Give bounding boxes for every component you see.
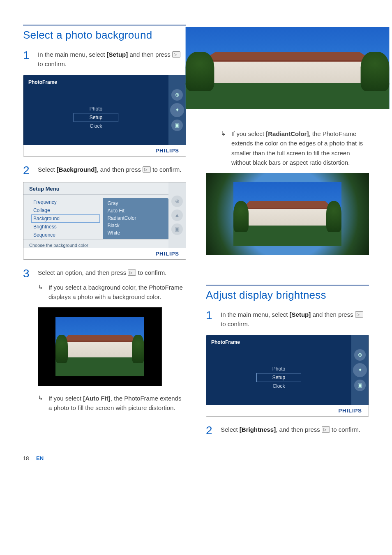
b3-pre: If you select bbox=[231, 130, 266, 137]
menu-item-clock[interactable]: Clock bbox=[257, 382, 300, 390]
step-3: 3 Select an option, and then press to co… bbox=[23, 268, 186, 279]
step-2-b: 2 Select [Brightness], and then press to… bbox=[206, 425, 369, 436]
setup-item-brightness[interactable]: Brightness bbox=[33, 223, 100, 231]
step-1-b: 1 In the main menu, select [Setup] and t… bbox=[206, 310, 369, 329]
step1-post: to confirm. bbox=[38, 60, 67, 67]
bullet-text: If you select a background color, the Ph… bbox=[48, 283, 186, 302]
r2-mid: , and then press bbox=[276, 426, 322, 433]
example-photo-autofit bbox=[206, 27, 369, 109]
right-column: ↳ If you select [RadiantColor], the Phot… bbox=[206, 25, 369, 439]
example-photo-radiant bbox=[206, 173, 369, 255]
r1-mid: and then press bbox=[311, 311, 355, 318]
nav-up-icon[interactable]: ⊕ bbox=[171, 196, 183, 207]
device-title: PhotoFrame bbox=[28, 79, 164, 85]
menu-item-photo[interactable]: Photo bbox=[74, 105, 118, 113]
device-setup-menu: Setup Menu Frequency Collage Background … bbox=[23, 182, 186, 260]
house-photo bbox=[233, 182, 341, 246]
device-main-menu-2: PhotoFrame Photo Setup Clock ⊕ ✦ ▣ PHILI… bbox=[206, 335, 369, 417]
bg-option-white[interactable]: White bbox=[107, 229, 164, 237]
device-title: PhotoFrame bbox=[211, 339, 346, 345]
step3-pre: Select an option, and then press bbox=[38, 269, 128, 276]
step-body: In the main menu, select [Setup] and the… bbox=[38, 50, 186, 69]
device-sidebar: ⊕ ✦ ▣ bbox=[351, 335, 369, 405]
setup-item-background[interactable]: Background bbox=[31, 214, 100, 223]
page: Select a photo background 1 In the main … bbox=[0, 0, 392, 455]
section-title-brightness: Adjust display brightness bbox=[206, 289, 369, 302]
page-language: EN bbox=[36, 455, 44, 461]
step-1: 1 In the main menu, select [Setup] and t… bbox=[23, 50, 186, 69]
step-body: Select [Background], and then press to c… bbox=[38, 165, 181, 176]
step-body: In the main menu, select [Setup] and the… bbox=[221, 310, 369, 329]
bullet-text: If you select [Auto Fit], the PhotoFrame… bbox=[48, 394, 186, 413]
step2-post: to confirm. bbox=[151, 166, 181, 173]
section-rule bbox=[206, 285, 369, 286]
step2-pre: Select bbox=[38, 166, 57, 173]
step-number: 2 bbox=[206, 425, 213, 436]
result-arrow-icon: ↳ bbox=[221, 129, 227, 167]
device-menu: Photo Setup Clock bbox=[211, 354, 346, 401]
confirm-btn-icon[interactable]: ▣ bbox=[171, 223, 183, 235]
bullet-radiant: ↳ If you select [RadiantColor], the Phot… bbox=[221, 129, 369, 167]
b3-opt: [RadiantColor] bbox=[266, 130, 309, 137]
left-column: Select a photo background 1 In the main … bbox=[23, 25, 186, 439]
step-number: 2 bbox=[23, 165, 30, 176]
confirm-icon bbox=[143, 166, 151, 173]
device-menu: Photo Setup Clock bbox=[28, 94, 164, 141]
confirm-icon bbox=[172, 51, 180, 58]
step-number: 1 bbox=[206, 310, 213, 329]
nav-up-icon[interactable]: ⊕ bbox=[171, 89, 183, 101]
confirm-btn-icon[interactable]: ▣ bbox=[354, 380, 366, 391]
step1-opt: [Setup] bbox=[107, 51, 128, 58]
example-photo-bgcolor bbox=[38, 307, 162, 386]
r1-pre: In the main menu, select bbox=[221, 311, 290, 318]
bullet-bgcolor: ↳ If you select a background color, the … bbox=[38, 283, 186, 302]
dpad-icon[interactable]: ▲ bbox=[171, 210, 183, 221]
menu-item-setup[interactable]: Setup bbox=[256, 373, 301, 382]
bg-option-gray[interactable]: Gray bbox=[107, 200, 164, 207]
step-2: 2 Select [Background], and then press to… bbox=[23, 165, 186, 176]
menu-item-clock[interactable]: Clock bbox=[74, 122, 118, 130]
setup-item-collage[interactable]: Collage bbox=[33, 206, 100, 214]
device-sidebar: ⊕ ▲ ▣ bbox=[168, 182, 186, 248]
r2-post: to confirm. bbox=[330, 426, 360, 433]
brand-label: PHILIPS bbox=[23, 145, 186, 156]
nav-up-icon[interactable]: ⊕ bbox=[354, 349, 366, 361]
step-body: Select [Brightness], and then press to c… bbox=[221, 425, 360, 436]
r1-post: to confirm. bbox=[221, 320, 249, 327]
brand-label: PHILIPS bbox=[206, 405, 369, 416]
step1-pre: In the main menu, select bbox=[38, 51, 107, 58]
result-arrow-icon: ↳ bbox=[38, 283, 44, 302]
dpad-icon[interactable]: ✦ bbox=[353, 363, 367, 377]
confirm-icon bbox=[128, 269, 136, 276]
menu-item-setup[interactable]: Setup bbox=[74, 113, 118, 122]
b2-opt: [Auto Fit] bbox=[83, 395, 111, 402]
section-title-bg: Select a photo background bbox=[23, 29, 186, 41]
step-number: 3 bbox=[23, 268, 30, 279]
step-body: Select an option, and then press to conf… bbox=[38, 268, 167, 279]
menu-item-photo[interactable]: Photo bbox=[257, 365, 301, 373]
device-sidebar: ⊕ ✦ ▣ bbox=[168, 75, 186, 145]
r1-opt: [Setup] bbox=[290, 311, 311, 318]
dpad-icon[interactable]: ✦ bbox=[170, 103, 184, 117]
b2-pre: If you select bbox=[48, 395, 83, 402]
setup-menu-right: Gray Auto Fit RadiantColor Black White bbox=[103, 198, 168, 239]
setup-item-sequence[interactable]: Sequence bbox=[33, 231, 100, 239]
step1-mid: and then press bbox=[128, 51, 172, 58]
house-photo bbox=[55, 317, 144, 376]
result-arrow-icon: ↳ bbox=[38, 394, 44, 413]
setup-footer-hint: Choose the background color bbox=[23, 240, 168, 250]
bullet-autofit: ↳ If you select [Auto Fit], the PhotoFra… bbox=[38, 394, 186, 413]
r2-opt: [Brightness] bbox=[240, 426, 276, 433]
step3-post: to confirm. bbox=[136, 269, 166, 276]
confirm-btn-icon[interactable]: ▣ bbox=[171, 120, 183, 131]
page-number: 18 bbox=[23, 455, 29, 461]
bg-option-radiant[interactable]: RadiantColor bbox=[107, 214, 164, 222]
bg-option-black[interactable]: Black bbox=[107, 222, 164, 229]
house-photo bbox=[185, 27, 389, 109]
device-main-menu: PhotoFrame Photo Setup Clock ⊕ ✦ ▣ PHILI… bbox=[23, 75, 186, 157]
step2-mid: , and then press bbox=[97, 166, 143, 173]
setup-menu-left: Frequency Collage Background Brightness … bbox=[23, 198, 103, 239]
bg-option-autofit[interactable]: Auto Fit bbox=[107, 207, 164, 214]
step-number: 1 bbox=[23, 50, 30, 69]
setup-item-frequency[interactable]: Frequency bbox=[33, 198, 100, 206]
